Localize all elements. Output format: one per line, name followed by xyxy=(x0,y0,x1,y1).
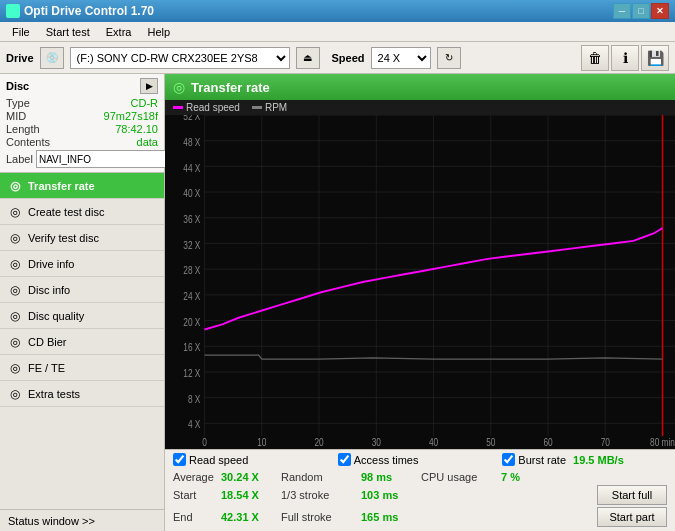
svg-text:8 X: 8 X xyxy=(188,394,201,405)
svg-text:30: 30 xyxy=(372,438,381,449)
burst-rate-checkbox[interactable] xyxy=(502,453,515,466)
disc-contents-row: Contents data xyxy=(6,136,158,148)
nav-item-transfer-rate[interactable]: ◎ Transfer rate xyxy=(0,173,164,199)
end-val: 42.31 X xyxy=(221,511,281,523)
disc-title: Disc xyxy=(6,80,29,92)
disc-label-row: Label ⚙ xyxy=(6,150,158,168)
full-stroke-label: Full stroke xyxy=(281,511,361,523)
disc-type-row: Type CD-R xyxy=(6,97,158,109)
menu-extra[interactable]: Extra xyxy=(98,24,140,40)
titlebar-left: Opti Drive Control 1.70 xyxy=(6,4,154,18)
disc-type-val: CD-R xyxy=(131,97,159,109)
nav-item-disc-quality-label: Disc quality xyxy=(28,310,84,322)
disc-mid-row: MID 97m27s18f xyxy=(6,110,158,122)
random-val: 98 ms xyxy=(361,471,421,483)
cd-bier-icon: ◎ xyxy=(8,335,22,349)
status-window-label: Status window >> xyxy=(8,515,95,527)
nav-item-disc-info-label: Disc info xyxy=(28,284,70,296)
checks-row: Read speed Access times Burst rate 19.5 … xyxy=(165,449,675,469)
stats-row-1: Average 30.24 X Random 98 ms CPU usage 7… xyxy=(173,471,667,483)
nav-item-create-test-disc[interactable]: ◎ Create test disc xyxy=(0,199,164,225)
eraser-button[interactable]: 🗑 xyxy=(581,45,609,71)
stroke13-label: 1/3 stroke xyxy=(281,489,361,501)
svg-text:12 X: 12 X xyxy=(183,368,201,379)
nav-item-verify-test-disc-label: Verify test disc xyxy=(28,232,99,244)
close-button[interactable]: ✕ xyxy=(651,3,669,19)
average-label: Average xyxy=(173,471,221,483)
svg-text:44 X: 44 X xyxy=(183,163,201,174)
cpu-val: 7 % xyxy=(501,471,541,483)
right-panel: ◎ Transfer rate Read speed RPM xyxy=(165,74,675,531)
main-content: Disc ▶ Type CD-R MID 97m27s18f Length 78… xyxy=(0,74,675,531)
drive-icon-btn[interactable]: 💿 xyxy=(40,47,64,69)
disc-arrow-button[interactable]: ▶ xyxy=(140,78,158,94)
chart-title: Transfer rate xyxy=(191,80,270,95)
svg-text:80 min: 80 min xyxy=(650,438,675,449)
average-val: 30.24 X xyxy=(221,471,281,483)
nav-item-drive-info[interactable]: ◎ Drive info xyxy=(0,251,164,277)
disc-length-val: 78:42.10 xyxy=(115,123,158,135)
nav-item-extra-tests[interactable]: ◎ Extra tests xyxy=(0,381,164,407)
chart-bottom: Read speed Access times Burst rate 19.5 … xyxy=(165,449,675,531)
status-window-button[interactable]: Status window >> xyxy=(0,509,164,531)
svg-text:32 X: 32 X xyxy=(183,240,201,251)
menu-help[interactable]: Help xyxy=(139,24,178,40)
refresh-button[interactable]: ↻ xyxy=(437,47,461,69)
legend-rpm-dot xyxy=(252,106,262,109)
stats-rows: Average 30.24 X Random 98 ms CPU usage 7… xyxy=(165,469,675,531)
stats-row-2: Start 18.54 X 1/3 stroke 103 ms Start fu… xyxy=(173,485,667,505)
nav-item-cd-bier[interactable]: ◎ CD Bier xyxy=(0,329,164,355)
svg-text:48 X: 48 X xyxy=(183,137,201,148)
create-test-disc-icon: ◎ xyxy=(8,205,22,219)
eject-button[interactable]: ⏏ xyxy=(296,47,320,69)
chart-header: ◎ Transfer rate xyxy=(165,74,675,100)
info-button[interactable]: ℹ xyxy=(611,45,639,71)
save-button[interactable]: 💾 xyxy=(641,45,669,71)
read-speed-checkbox[interactable] xyxy=(173,453,186,466)
chart-header-icon: ◎ xyxy=(173,79,185,95)
nav-item-disc-info[interactable]: ◎ Disc info xyxy=(0,277,164,303)
nav-item-disc-quality[interactable]: ◎ Disc quality xyxy=(0,303,164,329)
minimize-button[interactable]: ─ xyxy=(613,3,631,19)
disc-length-label: Length xyxy=(6,123,40,135)
chart-legend: Read speed RPM xyxy=(165,100,675,115)
speed-select[interactable]: 24 X xyxy=(371,47,431,69)
disc-label-input[interactable] xyxy=(36,150,169,168)
check-read-speed: Read speed xyxy=(173,453,338,466)
nav-item-drive-info-label: Drive info xyxy=(28,258,74,270)
svg-text:0: 0 xyxy=(202,438,207,449)
legend-read-speed-label: Read speed xyxy=(186,102,240,113)
disc-label-label: Label xyxy=(6,153,33,165)
svg-text:40: 40 xyxy=(429,438,438,449)
start-part-button[interactable]: Start part xyxy=(597,507,667,527)
check-access-times: Access times xyxy=(338,453,503,466)
disc-info-icon: ◎ xyxy=(8,283,22,297)
drive-info-icon: ◎ xyxy=(8,257,22,271)
drive-label: Drive xyxy=(6,52,34,64)
start-full-button[interactable]: Start full xyxy=(597,485,667,505)
access-times-checkbox[interactable] xyxy=(338,453,351,466)
menu-file[interactable]: File xyxy=(4,24,38,40)
maximize-button[interactable]: □ xyxy=(632,3,650,19)
disc-length-row: Length 78:42.10 xyxy=(6,123,158,135)
svg-text:4 X: 4 X xyxy=(188,420,201,431)
svg-rect-0 xyxy=(165,115,675,449)
drive-select[interactable]: (F:) SONY CD-RW CRX230EE 2YS8 xyxy=(70,47,290,69)
menubar: File Start test Extra Help xyxy=(0,22,675,42)
titlebar: Opti Drive Control 1.70 ─ □ ✕ xyxy=(0,0,675,22)
disc-mid-val: 97m27s18f xyxy=(104,110,158,122)
disc-quality-icon: ◎ xyxy=(8,309,22,323)
sidebar: Disc ▶ Type CD-R MID 97m27s18f Length 78… xyxy=(0,74,165,531)
nav-item-verify-test-disc[interactable]: ◎ Verify test disc xyxy=(0,225,164,251)
menu-start-test[interactable]: Start test xyxy=(38,24,98,40)
end-label: End xyxy=(173,511,221,523)
read-speed-check-label: Read speed xyxy=(189,454,248,466)
legend-rpm: RPM xyxy=(252,102,287,113)
stroke13-val: 103 ms xyxy=(361,489,421,501)
svg-text:70: 70 xyxy=(601,438,610,449)
disc-mid-label: MID xyxy=(6,110,26,122)
svg-text:20: 20 xyxy=(314,438,323,449)
burst-rate-check-label: Burst rate xyxy=(518,454,566,466)
window-controls: ─ □ ✕ xyxy=(613,3,669,19)
nav-item-fe-te[interactable]: ◎ FE / TE xyxy=(0,355,164,381)
